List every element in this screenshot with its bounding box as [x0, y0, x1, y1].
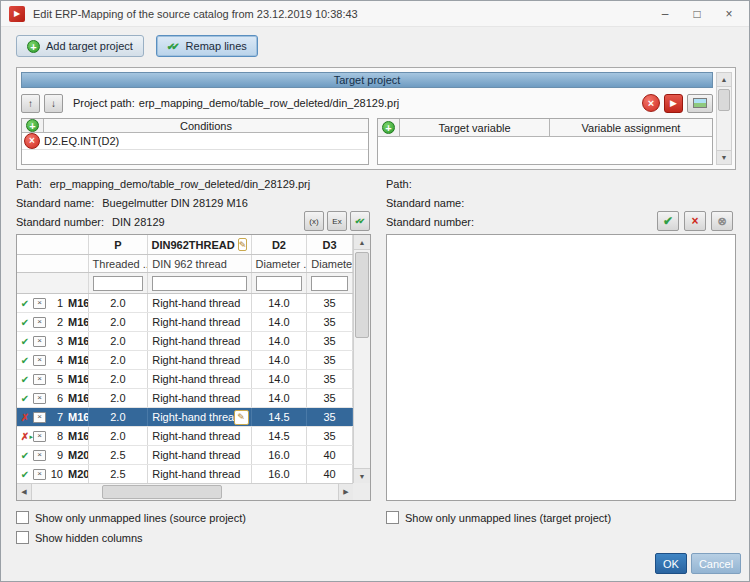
- scrollbar-corner: [353, 483, 370, 500]
- condition-expression: D2.EQ.INT(D2): [44, 135, 119, 147]
- cell-d3: 35: [307, 427, 353, 445]
- delete-condition-button[interactable]: ×: [24, 133, 40, 149]
- cell-din962thread: Right-hand thread: [148, 332, 251, 350]
- checkbox-icon[interactable]: [16, 531, 29, 544]
- cell-din962thread: Right-hand thread: [148, 408, 251, 426]
- show-unmapped-source-checkbox[interactable]: Show only unmapped lines (source project…: [16, 511, 246, 524]
- add-icon: +: [27, 40, 40, 53]
- image-icon: [693, 98, 707, 108]
- add-target-variable-button[interactable]: +: [382, 121, 395, 134]
- header-col-d3[interactable]: D3: [307, 235, 353, 254]
- minimize-button[interactable]: –: [651, 3, 679, 25]
- remap-lines-label: Remap lines: [186, 40, 247, 52]
- cell-d2: 14.0: [252, 332, 308, 350]
- reject-mapping-button[interactable]: ×: [684, 211, 706, 231]
- remap-lines-button[interactable]: ✔✔ Remap lines: [156, 35, 258, 57]
- table-row[interactable]: 3 M16 2.0 Right-hand thread 14.0 35: [17, 332, 353, 351]
- scroll-down-icon[interactable]: ▼: [354, 468, 370, 483]
- table-row[interactable]: 10 M20 2.5 Right-hand thread 16.0 40: [17, 465, 353, 483]
- ok-button[interactable]: OK: [655, 553, 687, 574]
- row-status-icon: [19, 412, 31, 423]
- table-row[interactable]: 1 M16 2.0 Right-hand thread 14.0 35: [17, 294, 353, 313]
- subtitle-col-p: Threaded ...: [89, 255, 149, 272]
- table-horizontal-scrollbar[interactable]: ◀ ▶: [17, 483, 353, 500]
- conditions-header: Conditions: [44, 119, 368, 132]
- open-target-project-button[interactable]: ▶: [664, 94, 683, 113]
- condition-row-empty: [22, 150, 368, 164]
- value-mode-button[interactable]: (x): [304, 211, 324, 231]
- cancel-button[interactable]: Cancel: [691, 553, 741, 574]
- header-col-din962thread[interactable]: DIN962THREAD ✎: [148, 235, 251, 254]
- move-down-button[interactable]: ↓: [44, 94, 63, 113]
- horizontal-scroll-thumb[interactable]: [102, 485, 222, 499]
- condition-row[interactable]: × D2.EQ.INT(D2): [22, 133, 368, 150]
- add-condition-button[interactable]: +: [26, 119, 39, 132]
- vertical-scroll-thumb[interactable]: [355, 252, 369, 338]
- cell-din962thread: Right-hand thread: [148, 427, 251, 445]
- target-standard-number-label: Standard number:: [386, 216, 474, 228]
- formula-mode-button[interactable]: Ex: [327, 211, 347, 231]
- row-status-icon: [19, 298, 31, 309]
- mapping-doc-icon: [33, 431, 46, 442]
- window-title: Edit ERP-Mapping of the source catalog f…: [33, 8, 358, 20]
- filter-input-din962thread[interactable]: [152, 276, 246, 291]
- row-number: 2: [48, 316, 63, 328]
- move-up-button[interactable]: ↑: [21, 94, 40, 113]
- checkbox-icon[interactable]: [16, 511, 29, 524]
- clear-mapping-button[interactable]: ⊗: [711, 211, 733, 231]
- table-row[interactable]: 4 M16 2.0 Right-hand thread 14.0 35: [17, 351, 353, 370]
- row-number: 5: [48, 373, 63, 385]
- panel-scrollbar[interactable]: ▲ ▼: [716, 72, 732, 165]
- row-name: M20: [68, 449, 89, 461]
- table-row[interactable]: 6 M16 2.0 Right-hand thread 14.0 35: [17, 389, 353, 408]
- cell-d2: 14.0: [252, 351, 308, 369]
- scroll-left-icon[interactable]: ◀: [17, 484, 32, 500]
- row-number: 6: [48, 392, 63, 404]
- accept-mapping-button[interactable]: ✔: [657, 211, 679, 231]
- filter-input-p[interactable]: [93, 276, 144, 291]
- filter-input-d3[interactable]: [311, 276, 348, 291]
- table-row[interactable]: 7 M16 2.0 Right-hand thread 14.5 35: [17, 408, 353, 427]
- target-variables-table: + Target variable Variable assignment: [377, 118, 713, 165]
- table-row[interactable]: 9 M20 2.5 Right-hand thread 16.0 40: [17, 446, 353, 465]
- filter-input-d2[interactable]: [256, 276, 303, 291]
- scroll-up-icon[interactable]: ▲: [354, 235, 370, 250]
- cell-din962thread: Right-hand thread: [148, 465, 251, 483]
- show-unmapped-target-label: Show only unmapped lines (target project…: [405, 512, 611, 524]
- mapping-doc-icon: [33, 374, 46, 385]
- maximize-button[interactable]: □: [683, 3, 711, 25]
- target-action-buttons: ✔ × ⊗: [657, 211, 733, 231]
- preview-image-button[interactable]: [687, 94, 713, 113]
- scroll-up-icon[interactable]: ▲: [717, 73, 731, 87]
- cell-p: 2.5: [89, 465, 149, 483]
- scroll-right-icon[interactable]: ▶: [338, 484, 353, 500]
- show-unmapped-source-label: Show only unmapped lines (source project…: [35, 512, 246, 524]
- add-target-project-button[interactable]: + Add target project: [16, 35, 144, 57]
- cell-p: 2.5: [89, 446, 149, 464]
- cell-d2: 14.5: [252, 408, 308, 426]
- delete-target-project-button[interactable]: ×: [642, 94, 660, 112]
- project-path-label: Project path:: [73, 97, 135, 109]
- table-row[interactable]: 8 M16 2.0 Right-hand thread 14.5 35: [17, 427, 353, 446]
- row-number: 8: [48, 430, 63, 442]
- table-row[interactable]: 2 M16 2.0 Right-hand thread 14.0 35: [17, 313, 353, 332]
- edit-column-icon[interactable]: ✎: [238, 238, 248, 251]
- close-button[interactable]: ×: [715, 3, 743, 25]
- table-vertical-scrollbar[interactable]: ▲ ▼: [353, 235, 370, 483]
- header-col-p[interactable]: P: [89, 235, 149, 254]
- target-standard-name-label: Standard name:: [386, 197, 464, 209]
- scroll-down-icon[interactable]: ▼: [717, 150, 731, 164]
- show-hidden-columns-checkbox[interactable]: Show hidden columns: [16, 531, 143, 544]
- show-unmapped-target-checkbox[interactable]: Show only unmapped lines (target project…: [386, 511, 611, 524]
- cell-d2: 16.0: [252, 446, 308, 464]
- apply-all-button[interactable]: ✔✔: [350, 211, 370, 231]
- panel-scroll-thumb[interactable]: [718, 89, 730, 111]
- conditions-table: + Conditions × D2.EQ.INT(D2): [21, 118, 369, 165]
- row-number: 3: [48, 335, 63, 347]
- target-variable-header: Target variable: [400, 119, 550, 136]
- header-col-d2[interactable]: D2: [252, 235, 308, 254]
- table-filter-row: [17, 273, 353, 294]
- source-table: P DIN962THREAD ✎ D2 D3 Threaded ... DIN …: [16, 234, 371, 501]
- table-row[interactable]: 5 M16 2.0 Right-hand thread 14.0 35: [17, 370, 353, 389]
- checkbox-icon[interactable]: [386, 511, 399, 524]
